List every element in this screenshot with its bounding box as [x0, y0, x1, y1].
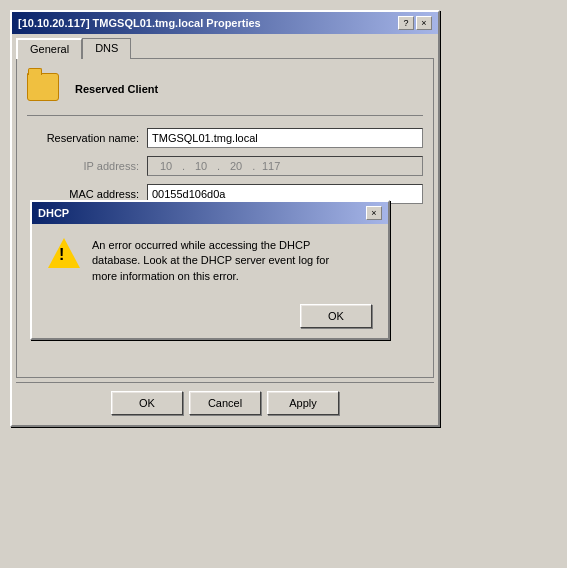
dhcp-dialog: DHCP × An error occurred while accessing… — [30, 200, 390, 340]
dhcp-body: An error occurred while accessing the DH… — [32, 224, 388, 338]
tab-bar: General DNS — [16, 38, 434, 59]
ip-address-field: 10 . 10 . 20 . 117 — [147, 156, 423, 176]
ip-seg-1: 10 — [152, 160, 180, 172]
warning-icon — [48, 238, 80, 270]
dhcp-message-row: An error occurred while accessing the DH… — [48, 238, 372, 284]
cancel-button[interactable]: Cancel — [189, 391, 261, 415]
dhcp-close-button[interactable]: × — [366, 206, 382, 220]
ip-seg-4: 117 — [257, 160, 285, 172]
ok-button[interactable]: OK — [111, 391, 183, 415]
ip-seg-3: 20 — [222, 160, 250, 172]
dhcp-dialog-title: DHCP — [38, 207, 69, 219]
title-bar-controls: ? × — [398, 16, 432, 30]
reservation-name-input[interactable] — [147, 128, 423, 148]
ip-address-label: IP address: — [27, 160, 147, 172]
reserved-client-header: Reserved Client — [27, 73, 423, 116]
dhcp-message-text: An error occurred while accessing the DH… — [92, 238, 352, 284]
ip-seg-2: 10 — [187, 160, 215, 172]
header-label: Reserved Client — [75, 83, 158, 95]
folder-icon — [27, 73, 59, 105]
main-window-title: [10.10.20.117] TMGSQL01.tmg.local Proper… — [18, 17, 261, 29]
mac-address-label: MAC address: — [27, 188, 147, 200]
apply-button[interactable]: Apply — [267, 391, 339, 415]
dhcp-ok-row: OK — [48, 300, 372, 328]
tab-general[interactable]: General — [16, 38, 82, 59]
close-button[interactable]: × — [416, 16, 432, 30]
bottom-buttons: OK Cancel Apply — [16, 382, 434, 421]
reservation-name-row: Reservation name: — [27, 128, 423, 148]
main-title-bar: [10.10.20.117] TMGSQL01.tmg.local Proper… — [12, 12, 438, 34]
tab-dns[interactable]: DNS — [82, 38, 131, 59]
dhcp-title-bar: DHCP × — [32, 202, 388, 224]
reservation-name-label: Reservation name: — [27, 132, 147, 144]
dhcp-ok-button[interactable]: OK — [300, 304, 372, 328]
ip-address-row: IP address: 10 . 10 . 20 . 117 — [27, 156, 423, 176]
help-button[interactable]: ? — [398, 16, 414, 30]
